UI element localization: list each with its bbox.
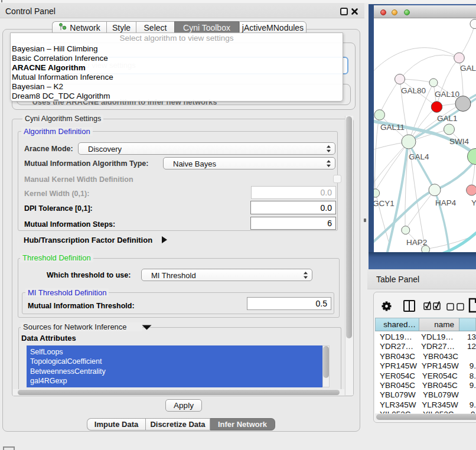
- svg-text:GAL: GAL: [460, 64, 476, 73]
- svg-text:SWI4: SWI4: [449, 137, 469, 146]
- svg-text:GAL10: GAL10: [435, 90, 459, 99]
- svg-text:GAL4: GAL4: [409, 152, 429, 161]
- svg-text:GAL80: GAL80: [401, 86, 426, 95]
- svg-text:HAP4: HAP4: [435, 198, 457, 207]
- svg-text:HAP2: HAP2: [406, 238, 427, 247]
- svg-text:GAL11: GAL11: [380, 123, 405, 132]
- svg-text:GCY1: GCY1: [374, 199, 395, 208]
- svg-text:Y: Y: [471, 198, 476, 207]
- svg-text:GAL1: GAL1: [437, 114, 458, 123]
